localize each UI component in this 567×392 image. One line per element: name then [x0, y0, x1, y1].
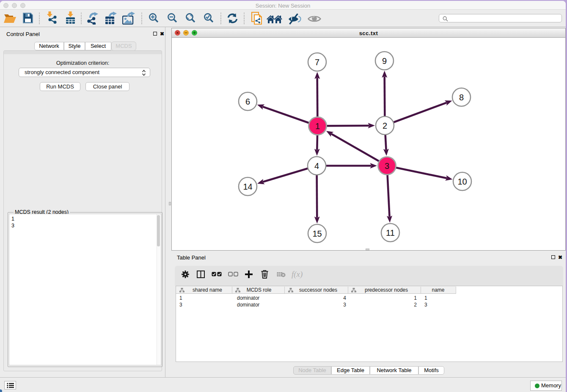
svg-text:3: 3: [385, 161, 389, 171]
svg-text:9: 9: [382, 56, 387, 66]
svg-text:2: 2: [383, 121, 387, 130]
svg-text:11: 11: [386, 228, 395, 237]
svg-text:14: 14: [243, 182, 252, 191]
svg-text:6: 6: [245, 97, 250, 106]
svg-text:8: 8: [459, 93, 464, 102]
svg-text:10: 10: [457, 177, 467, 186]
svg-text:7: 7: [315, 58, 319, 67]
svg-text:4: 4: [314, 161, 319, 171]
svg-text:15: 15: [312, 229, 322, 238]
svg-text:1: 1: [315, 121, 320, 131]
